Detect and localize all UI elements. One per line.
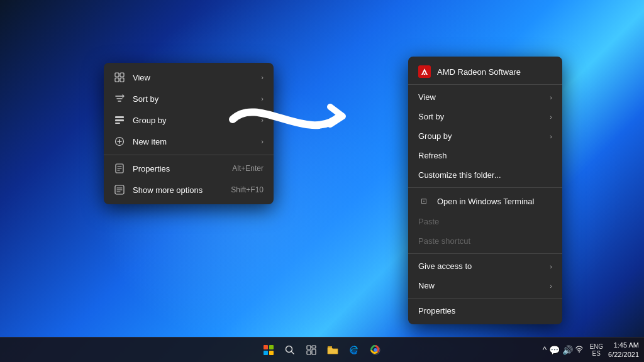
new-item-arrow: ›: [261, 138, 264, 145]
search-button[interactable]: [281, 341, 299, 359]
right-menu-group-label: Group by: [418, 131, 542, 141]
right-menu-item-customize[interactable]: Customize this folder...: [408, 165, 562, 185]
right-menu-item-new[interactable]: New ›: [408, 276, 562, 295]
terminal-icon: ⊡: [418, 195, 430, 207]
task-view-button[interactable]: [303, 341, 320, 359]
desktop: View › Sort by › Group by: [0, 0, 644, 362]
right-menu-properties-label: Properties: [418, 306, 552, 315]
left-menu-item-properties[interactable]: Properties Alt+Enter: [104, 158, 274, 179]
more-options-icon: [114, 184, 125, 195]
right-menu-view-label: View: [418, 92, 542, 102]
left-menu-item-view[interactable]: View ›: [104, 67, 274, 88]
file-explorer-button[interactable]: [324, 341, 341, 359]
right-menu-separator-3: [408, 298, 562, 299]
svg-rect-0: [115, 73, 119, 77]
new-icon: [114, 136, 125, 147]
right-menu-customize-label: Customize this folder...: [418, 170, 552, 180]
right-context-menu: AMD Radeon Software View › Sort by › Gro…: [408, 57, 562, 324]
left-menu-item-more-options[interactable]: Show more options Shift+F10: [104, 179, 274, 200]
properties-icon: [114, 163, 125, 174]
date-display: 6/22/2021: [608, 350, 639, 359]
right-menu-new-label: New: [418, 281, 542, 290]
group-arrow: ›: [261, 116, 264, 124]
svg-rect-13: [307, 346, 311, 349]
system-tray: ^ 💬 🔊: [543, 345, 584, 355]
right-menu-header: AMD Radeon Software: [408, 60, 562, 85]
edge-button[interactable]: [345, 341, 363, 359]
right-menu-item-paste: Paste: [408, 212, 562, 231]
clock[interactable]: 1:45 AM 6/22/2021: [608, 341, 639, 359]
time-display: 1:45 AM: [608, 341, 639, 349]
right-sort-arrow: ›: [550, 113, 552, 121]
left-menu-group-label: Group by: [133, 116, 253, 125]
right-menu-item-paste-shortcut: Paste shortcut: [408, 231, 562, 251]
right-menu-terminal-label: Open in Windows Terminal: [437, 197, 552, 206]
right-menu-item-properties[interactable]: Properties: [408, 301, 562, 321]
svg-rect-1: [120, 73, 124, 77]
right-group-arrow: ›: [550, 133, 552, 140]
left-menu-item-sort[interactable]: Sort by ›: [104, 88, 274, 109]
tray-chevron[interactable]: ^: [543, 345, 547, 355]
tray-volume[interactable]: 🔊: [562, 345, 573, 355]
taskbar: ^ 💬 🔊 ENG ES 1:45 AM 6/22/2021: [0, 337, 644, 362]
taskbar-center: [260, 341, 384, 359]
language-indicator[interactable]: ENG ES: [589, 343, 603, 357]
right-menu-title: AMD Radeon Software: [437, 67, 521, 77]
left-menu-item-group[interactable]: Group by ›: [104, 109, 274, 131]
right-menu-item-group[interactable]: Group by ›: [408, 126, 562, 146]
left-menu-more-label: Show more options: [133, 185, 223, 195]
right-menu-item-refresh[interactable]: Refresh: [408, 146, 562, 165]
left-menu-view-label: View: [133, 73, 253, 82]
left-menu-sort-label: Sort by: [133, 94, 253, 104]
tray-wifi[interactable]: [575, 345, 583, 355]
right-menu-item-give-access[interactable]: Give access to ›: [408, 256, 562, 276]
view-arrow: ›: [261, 74, 264, 81]
sort-icon: [114, 93, 125, 104]
left-menu-separator-1: [104, 155, 274, 155]
amd-icon: [418, 65, 431, 78]
right-menu-paste-label: Paste: [418, 217, 552, 226]
more-options-shortcut: Shift+F10: [231, 185, 264, 194]
right-menu-item-terminal[interactable]: ⊡ Open in Windows Terminal: [408, 190, 562, 212]
left-menu-item-new[interactable]: New item ›: [104, 131, 274, 152]
left-menu-new-label: New item: [133, 137, 253, 146]
group-icon: [114, 114, 125, 126]
tray-chat[interactable]: 💬: [549, 345, 560, 355]
right-menu-sort-label: Sort by: [418, 112, 542, 121]
start-button[interactable]: [260, 341, 277, 359]
svg-rect-5: [115, 119, 124, 121]
right-menu-item-sort[interactable]: Sort by ›: [408, 107, 562, 126]
right-view-arrow: ›: [550, 94, 552, 101]
right-menu-refresh-label: Refresh: [418, 151, 552, 160]
taskbar-right: ^ 💬 🔊 ENG ES 1:45 AM 6/22/2021: [543, 341, 639, 359]
view-icon: [114, 72, 125, 83]
language-code: ENG ES: [589, 343, 603, 357]
chrome-button[interactable]: [367, 341, 384, 359]
right-menu-separator-1: [408, 187, 562, 188]
svg-rect-3: [120, 78, 124, 82]
svg-rect-15: [307, 351, 311, 354]
svg-rect-6: [115, 123, 120, 124]
svg-rect-4: [115, 116, 124, 118]
svg-marker-11: [423, 74, 426, 75]
right-menu-item-view[interactable]: View ›: [408, 87, 562, 107]
svg-rect-14: [312, 346, 316, 348]
svg-rect-16: [312, 349, 316, 354]
right-menu-separator-2: [408, 253, 562, 254]
properties-shortcut: Alt+Enter: [232, 164, 264, 173]
right-menu-paste-shortcut-label: Paste shortcut: [418, 236, 552, 246]
left-menu-properties-label: Properties: [133, 164, 225, 173]
svg-point-19: [579, 351, 580, 353]
give-access-arrow: ›: [550, 263, 552, 270]
right-menu-give-access-label: Give access to: [418, 261, 542, 271]
svg-rect-2: [115, 78, 119, 82]
sort-arrow: ›: [261, 95, 264, 102]
windows-logo: [264, 345, 274, 355]
left-context-menu: View › Sort by › Group by: [104, 63, 274, 204]
new-arrow: ›: [550, 282, 552, 290]
